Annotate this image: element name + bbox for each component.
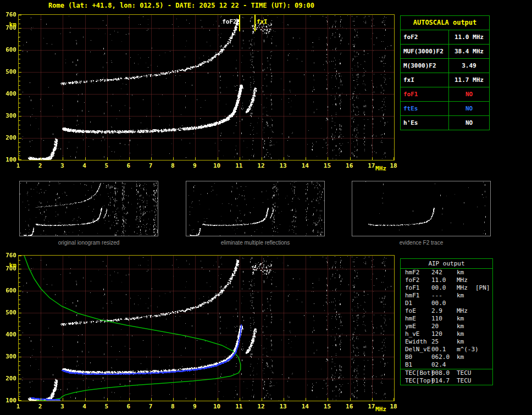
x-tick-label: 14 (300, 162, 311, 169)
autoscala-row-label: MUF(3000)F2 (401, 45, 449, 58)
x-tick-label: 14 (300, 403, 311, 410)
critical-frequency-marker-label: fxI (257, 18, 268, 25)
y-tick-label: 600 (1, 287, 16, 294)
x-tick-label: 2 (35, 162, 46, 169)
aip-row-label: TEC[Bot] (405, 369, 431, 377)
aip-row-hmf1: hmF1---km (401, 292, 492, 300)
autoscala-row-ftes: ftEsNO (401, 102, 489, 116)
x-tick-label: 9 (189, 403, 200, 410)
aip-row-label: Ewidth (405, 338, 431, 346)
thumbnail-original-canvas (20, 181, 158, 236)
aip-row-unit: MHz (457, 307, 475, 315)
x-tick-label: 18 (388, 403, 399, 410)
x-tick-label: 6 (123, 162, 134, 169)
thumbnail-f2-evidence (352, 181, 491, 236)
aip-row-note (475, 292, 492, 300)
x-tick-label: 7 (145, 403, 156, 410)
aip-row-value: 062.0 (431, 353, 457, 361)
thumbnail-f2-evidence-canvas (352, 181, 490, 236)
y-tick-label: 600 (1, 46, 16, 53)
x-tick-label: 6 (123, 403, 134, 410)
autoscala-table: foF211.0 MHzMUF(3000)F238.4 MHzM(3000)F2… (401, 30, 489, 130)
thumbnail-caption-no-multiples: eliminate multiple reflections (186, 240, 325, 246)
y-tick-label: 500 (1, 68, 16, 75)
top-ionogram-canvas (19, 15, 394, 160)
x-tick-label: 5 (101, 403, 112, 410)
thumbnail-no-multiples-canvas (186, 181, 324, 236)
autoscala-row-label: h'Es (401, 116, 449, 130)
autoscala-row-value: 11.0 MHz (449, 30, 489, 44)
aip-row-unit: km (457, 315, 475, 323)
x-tick-label: 11 (234, 162, 245, 169)
autoscala-row-m-3000-f2: M(3000)F23.49 (401, 59, 489, 73)
y-tick-label: 400 (1, 90, 16, 97)
aip-row-yme: ymE20km (401, 323, 492, 330)
aip-row-value: 20 (431, 323, 457, 330)
x-tick-label: 18 (388, 162, 399, 169)
top-ionogram-plot (18, 14, 395, 161)
autoscala-window: Rome (lat: +41.8, lon: 012.5) - DATE: 20… (0, 0, 532, 415)
aip-row-label: foF1 (405, 284, 431, 292)
aip-row-note (475, 315, 492, 323)
x-tick-label: 12 (256, 162, 267, 169)
aip-row-value: 00.1 (431, 346, 457, 353)
aip-row-label: foF2 (405, 276, 431, 284)
x-tick-label: 4 (79, 403, 90, 410)
x-tick-label: 8 (167, 162, 178, 169)
aip-row-h-ve: h_vE120km (401, 330, 492, 338)
aip-row-value: 02.4 (431, 361, 457, 369)
bottom-ionogram-plot (18, 255, 395, 401)
aip-row-b0: B0062.0km (401, 353, 492, 361)
aip-row-hmf2: hmF2242km (401, 269, 492, 276)
aip-row-d1: D100.0 (401, 300, 492, 307)
aip-row-label: TEC[Top] (405, 377, 431, 385)
aip-row-unit: km (457, 323, 475, 330)
autoscala-row-fof2: foF211.0 MHz (401, 30, 489, 45)
aip-table: hmF2242kmfoF211.0MHzfoF100.0MHz[PN]hmF1-… (401, 269, 492, 385)
aip-row-label: hmF1 (405, 292, 431, 300)
aip-row-note (475, 276, 492, 284)
aip-row-note (475, 300, 492, 307)
aip-row-note (475, 269, 492, 276)
aip-row-label: D1 (405, 300, 431, 307)
x-tick-label: 12 (256, 403, 267, 410)
x-tick-label: 2 (35, 403, 46, 410)
aip-row-note (475, 338, 492, 346)
aip-row-value: 25 (431, 338, 457, 346)
aip-row-unit: MHz (457, 284, 475, 292)
aip-row-value: --- (431, 292, 457, 300)
aip-row-note (475, 346, 492, 353)
aip-row-hme: hmE110km (401, 315, 492, 323)
aip-row-note (475, 377, 492, 385)
thumbnail-original-ionogram (19, 181, 158, 236)
aip-row-ewidth: Ewidth25km (401, 338, 492, 346)
aip-row-label: DelN_vE (405, 346, 431, 353)
aip-row-unit (457, 361, 475, 369)
x-tick-label: 8 (167, 403, 178, 410)
aip-row-unit: km (457, 330, 475, 338)
aip-row-value: 00.0 (431, 284, 457, 292)
aip-row-note (475, 353, 492, 361)
aip-row-foe: foE2.9MHz (401, 307, 492, 315)
y-tick-label: 760 (1, 11, 16, 18)
aip-row-note (475, 307, 492, 315)
aip-row-label: foE (405, 307, 431, 315)
autoscala-row-value: 38.4 MHz (449, 45, 489, 58)
aip-row-note (475, 369, 492, 377)
critical-frequency-marker-label: foF2 (213, 18, 237, 25)
aip-panel-title: AIP output (401, 259, 492, 269)
thumbnail-caption-original: original ionogram resized (19, 240, 158, 246)
aip-row-label: h_vE (405, 330, 431, 338)
y-tick-label: 300 (1, 353, 16, 360)
aip-row-b1: B102.4 (401, 361, 492, 369)
y-tick-label: 500 (1, 309, 16, 316)
x-tick-label: 13 (278, 403, 289, 410)
aip-row-label: hmF2 (405, 269, 431, 276)
autoscala-row-value: NO (449, 102, 489, 115)
aip-row-unit: km (457, 353, 475, 361)
aip-row-unit: km (457, 269, 475, 276)
y-tick-label: 200 (1, 134, 16, 141)
aip-row-unit (457, 300, 475, 307)
autoscala-row-value: NO (449, 87, 489, 101)
x-tick-label: 10 (212, 162, 223, 169)
